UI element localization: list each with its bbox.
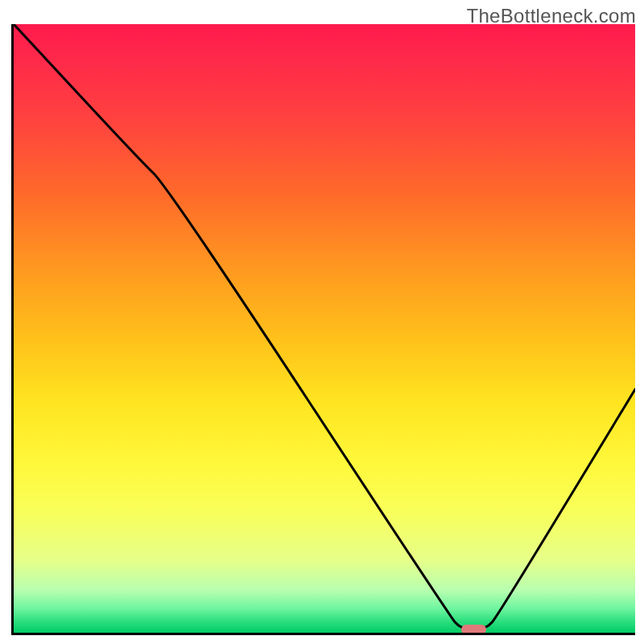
- optimal-marker: [461, 625, 486, 634]
- curve-svg: [14, 24, 635, 633]
- watermark-label: TheBottleneck.com: [466, 5, 636, 27]
- chart-container: TheBottleneck.com: [0, 0, 644, 644]
- plot-area: [11, 24, 635, 635]
- bottleneck-curve-path: [14, 24, 635, 630]
